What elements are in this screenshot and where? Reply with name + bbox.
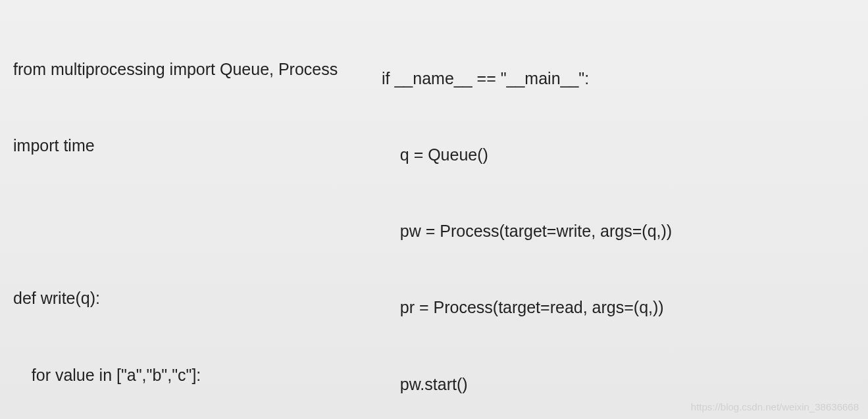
code-line (13, 209, 369, 235)
code-block-right: if __name__ == "__main__": q = Queue() p… (382, 14, 855, 419)
code-line: q = Queue() (382, 142, 855, 168)
code-line: import time (13, 133, 369, 159)
code-line: from multiprocessing import Queue, Proce… (13, 57, 369, 82)
slide-container: from multiprocessing import Queue, Proce… (0, 0, 868, 419)
code-line: pw = Process(target=write, args=(q,)) (382, 218, 855, 244)
left-code-column: from multiprocessing import Queue, Proce… (0, 5, 369, 419)
right-code-column: if __name__ == "__main__": q = Queue() p… (369, 5, 855, 419)
code-line: if __name__ == "__main__": (382, 66, 855, 91)
watermark: https://blog.csdn.net/weixin_38636668 (691, 401, 859, 412)
code-line: for value in ["a","b","c"]: (13, 362, 369, 388)
code-line: pw.start() (382, 372, 855, 397)
code-line: def write(q): (13, 285, 369, 311)
code-block-left: from multiprocessing import Queue, Proce… (13, 5, 369, 419)
code-line: pr = Process(target=read, args=(q,)) (382, 295, 855, 320)
